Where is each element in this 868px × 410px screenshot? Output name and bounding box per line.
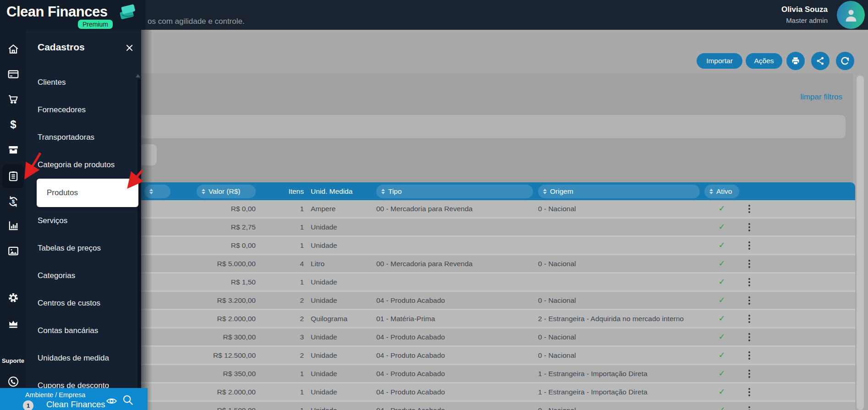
cell-itens: 1 (267, 365, 304, 382)
row-menu-kebab-icon[interactable] (744, 219, 755, 235)
column-header-ativo[interactable]: Ativo (704, 185, 739, 198)
cell-tipo: 01 - Matéria-Prima (376, 310, 534, 327)
cell-itens: 1 (267, 402, 304, 410)
active-check-icon: ✓ (708, 237, 736, 254)
cell-unidade: Ampere (311, 200, 375, 217)
sidebar-item-categorias[interactable]: Categorias (26, 262, 141, 290)
refresh-icon[interactable] (836, 52, 854, 70)
active-check-icon: ✓ (708, 383, 736, 400)
support-label: Suporte (0, 357, 26, 364)
avatar[interactable] (837, 1, 865, 29)
acoes-button[interactable]: Ações (746, 53, 782, 69)
cell-valor: R$ 2.000,00 (148, 383, 256, 400)
sidebar-item-unidades-de-medida[interactable]: Unidades de medida (26, 344, 141, 372)
home-icon[interactable] (2, 37, 24, 61)
recurrence-icon[interactable]: $ (2, 190, 24, 213)
bar-chart-icon[interactable] (2, 214, 24, 238)
print-icon[interactable] (786, 52, 805, 70)
table-row[interactable]: R$ 2,751Unidade✓ (130, 219, 855, 237)
cadastros-panel: Cadastros ClientesFornecedoresTransporta… (26, 30, 141, 410)
table-row[interactable]: R$ 2.000,001Unidade04 - Produto Acabado1… (130, 383, 855, 402)
sidebar-item-contas-banc-rias[interactable]: Contas bancárias (26, 317, 141, 344)
stacked-papers-icon (117, 4, 137, 21)
crown-icon[interactable] (2, 312, 24, 336)
column-header-origem[interactable]: Origem (538, 185, 700, 198)
share-icon[interactable] (811, 52, 830, 70)
filter-input[interactable] (137, 115, 846, 138)
products-table: Valor (R$)ItensUnid. MedidaTipoOrigemAti… (130, 182, 855, 410)
table-row[interactable]: R$ 0,001Ampere00 - Mercadoria para Reven… (130, 200, 855, 219)
premium-badge: Premium (78, 20, 113, 29)
cell-itens: 1 (267, 237, 304, 254)
row-menu-kebab-icon[interactable] (744, 328, 755, 345)
credit-card-icon[interactable] (2, 62, 24, 86)
close-icon[interactable] (125, 44, 134, 52)
row-menu-kebab-icon[interactable] (744, 237, 755, 254)
rail: Suporte $$ (0, 30, 26, 410)
table-row[interactable]: R$ 1,501Unidade✓ (130, 273, 855, 292)
cell-unidade: Unidade (311, 219, 375, 235)
table-row[interactable]: R$ 3.200,002Unidade04 - Produto Acabado0… (130, 292, 855, 310)
sidebar-item-transportadoras[interactable]: Transportadoras (26, 124, 141, 151)
sidebar-item-centros-de-custos[interactable]: Centros de custos (26, 290, 141, 317)
row-menu-kebab-icon[interactable] (744, 402, 755, 410)
environment-bar[interactable]: Ambiente / Empresa 1 Clean Finances (0, 388, 148, 410)
shopping-cart-icon[interactable] (2, 87, 24, 111)
sidebar-item-categoria-de-produtos[interactable]: Categoria de produtos (26, 151, 141, 179)
row-menu-kebab-icon[interactable] (744, 200, 755, 217)
table-row[interactable]: R$ 5.000,004Litro00 - Mercadoria para Re… (130, 255, 855, 273)
panel-menu: ClientesFornecedoresTransportadorasCateg… (26, 69, 141, 399)
row-menu-kebab-icon[interactable] (744, 255, 755, 272)
cell-unidade: Quilograma (311, 310, 375, 327)
user-info[interactable]: Olivia Souza Master admin (781, 5, 828, 24)
table-row[interactable]: R$ 1.500,001Unidade04 - Produto Acabado0… (130, 402, 855, 410)
register-icon[interactable] (2, 164, 24, 188)
vertical-scrollbar[interactable] (857, 76, 864, 410)
cell-itens: 3 (267, 328, 304, 345)
sort-icon (543, 189, 547, 194)
sort-icon (381, 189, 385, 194)
column-header-valor-r-[interactable]: Valor (R$) (197, 185, 256, 198)
column-header-tipo[interactable]: Tipo (376, 185, 533, 198)
image-icon[interactable] (2, 239, 24, 263)
table-row[interactable]: R$ 300,003Unidade04 - Produto Acabado0 -… (130, 328, 855, 347)
sidebar-item-clientes[interactable]: Clientes (26, 69, 141, 96)
cell-tipo: 04 - Produto Acabado (376, 292, 534, 309)
sidebar-item-tabelas-de-pre-os[interactable]: Tabelas de preços (26, 235, 141, 262)
cell-tipo: 04 - Produto Acabado (376, 328, 534, 345)
archive-box-icon[interactable] (2, 138, 24, 162)
row-menu-kebab-icon[interactable] (744, 383, 755, 400)
search-icon[interactable] (122, 394, 134, 406)
eye-icon[interactable] (106, 395, 117, 405)
settings-gear-icon[interactable] (2, 286, 24, 310)
cell-unidade: Litro (311, 255, 375, 272)
sidebar-item-fornecedores[interactable]: Fornecedores (26, 96, 141, 124)
cell-unidade: Unidade (311, 347, 375, 364)
dollar-icon[interactable]: $ (2, 113, 24, 137)
clear-filters-link[interactable]: limpar filtros (788, 93, 842, 102)
row-menu-kebab-icon[interactable] (744, 365, 755, 382)
row-menu-kebab-icon[interactable] (744, 310, 755, 327)
cell-itens: 2 (267, 310, 304, 327)
row-menu-kebab-icon[interactable] (744, 273, 755, 290)
cell-itens: 2 (267, 292, 304, 309)
sidebar-item-produtos[interactable]: Produtos (37, 179, 138, 207)
cell-itens: 2 (267, 347, 304, 364)
logo-block: Clean Finances Premium (0, 0, 146, 30)
cell-itens: 1 (267, 219, 304, 235)
table-row[interactable]: R$ 12.500,002Unidade04 - Produto Acabado… (130, 347, 855, 365)
brand-title: Clean Finances (6, 4, 107, 20)
table-row[interactable]: R$ 0,001Unidade✓ (130, 237, 855, 255)
table-row[interactable]: R$ 2.000,002Quilograma01 - Matéria-Prima… (130, 310, 855, 328)
top-header: os com agilidade e controle. Clean Finan… (0, 0, 868, 30)
cell-unidade: Unidade (311, 365, 375, 382)
row-menu-kebab-icon[interactable] (744, 347, 755, 364)
sort-icon (202, 189, 205, 194)
importar-button[interactable]: Importar (697, 53, 742, 69)
row-menu-kebab-icon[interactable] (744, 292, 755, 309)
cell-itens: 1 (267, 383, 304, 400)
table-row[interactable]: R$ 350,001Unidade04 - Produto Acabado1 -… (130, 365, 855, 383)
cell-itens: 1 (267, 273, 304, 290)
cell-itens: 1 (267, 200, 304, 217)
sidebar-item-servi-os[interactable]: Serviços (26, 207, 141, 235)
